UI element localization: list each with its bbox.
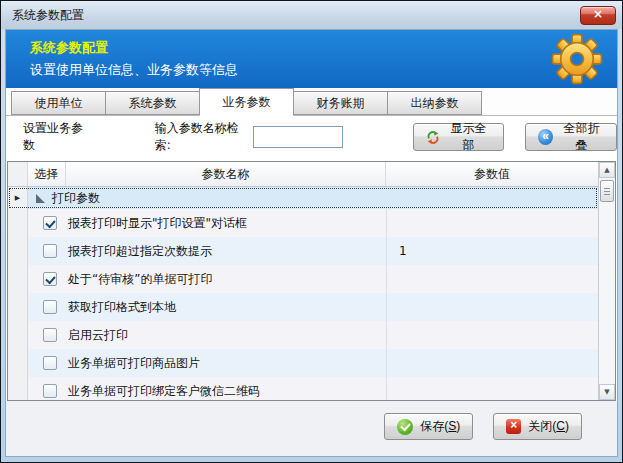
tab-business-params[interactable]: 业务参数	[199, 88, 294, 116]
tab-finance-period[interactable]: 财务账期	[293, 91, 388, 115]
tab-usage-unit[interactable]: 使用单位	[11, 91, 106, 115]
collapse-icon: «	[538, 129, 553, 145]
row-gutter	[8, 349, 28, 377]
row-gutter	[8, 321, 28, 349]
params-grid: 选择 参数名称 参数值 ▶ 打印参数	[7, 161, 616, 401]
param-name: 获取打印格式到本地	[68, 299, 176, 316]
arrow-up-icon: ▲	[604, 166, 609, 174]
row-checkbox[interactable]	[43, 244, 57, 258]
banner-text: 系统参数配置 设置使用单位信息、业务参数等信息	[30, 39, 551, 79]
tab-strip: 使用单位 系统参数 业务参数 财务账期 出纳参数	[6, 88, 617, 116]
row-checkbox[interactable]	[43, 300, 57, 314]
param-value-cell[interactable]	[386, 349, 598, 377]
table-row[interactable]: 获取打印格式到本地	[8, 293, 598, 321]
row-checkbox[interactable]	[43, 272, 57, 286]
param-value-cell[interactable]	[386, 377, 598, 400]
row-gutter	[8, 293, 28, 321]
grid-header: 选择 参数名称 参数值	[8, 162, 598, 187]
table-row[interactable]: 报表打印时显示"打印设置"对话框	[8, 209, 598, 237]
search-label: 输入参数名称检索:	[155, 120, 249, 154]
header-banner: 系统参数配置 设置使用单位信息、业务参数等信息	[6, 30, 617, 88]
show-all-label: 显示全部	[446, 120, 491, 154]
save-check-icon	[397, 419, 413, 435]
close-button-label: 关闭(C)	[528, 418, 569, 435]
param-name-cell: 业务单据可打印绑定客户微信二维码	[28, 383, 386, 400]
param-name-cell: 启用云打印	[28, 327, 386, 344]
toolbar: 设置业务参数 输入参数名称检索: 显示全部 « 全部折叠	[6, 116, 617, 158]
scrollbar-thumb[interactable]	[600, 180, 614, 202]
current-row-indicator-icon: ▶	[15, 194, 20, 202]
param-name-cell: 处于“待审核”的单据可打印	[28, 271, 386, 288]
footer: 保存(S) × 关闭(C)	[6, 401, 617, 456]
group-label: 打印参数	[52, 190, 100, 207]
vertical-scrollbar[interactable]: ▲ ▼	[598, 162, 615, 400]
gear-icon	[551, 33, 603, 85]
arrow-down-icon: ▼	[604, 388, 609, 396]
table-row[interactable]: 启用云打印	[8, 321, 598, 349]
row-gutter: ▶	[8, 187, 28, 209]
param-name: 处于“待审核”的单据可打印	[68, 271, 212, 288]
banner-subtitle: 设置使用单位信息、业务参数等信息	[30, 61, 551, 79]
table-row[interactable]: 业务单据可打印商品图片	[8, 349, 598, 377]
title-bar[interactable]: 系统参数配置 ×	[1, 1, 622, 29]
row-checkbox[interactable]	[43, 356, 57, 370]
tab-cashier-params[interactable]: 出纳参数	[387, 91, 482, 115]
row-checkbox[interactable]	[43, 216, 57, 230]
grid-body: ▶ 打印参数 报表打印时显示"打印设置"对话框	[8, 187, 598, 400]
table-row[interactable]: 业务单据可打印绑定客户微信二维码	[8, 377, 598, 400]
param-name-cell: 业务单据可打印商品图片	[28, 355, 386, 372]
row-gutter	[8, 209, 28, 237]
search-input[interactable]	[253, 126, 343, 148]
row-gutter	[8, 265, 28, 293]
save-button-label: 保存(S)	[420, 418, 460, 435]
param-name: 报表打印超过指定次数提示	[68, 243, 212, 260]
column-header-param-value[interactable]: 参数值	[386, 162, 598, 186]
param-name: 报表打印时显示"打印设置"对话框	[68, 215, 247, 232]
param-value-cell[interactable]	[386, 265, 598, 293]
param-name-cell: 获取打印格式到本地	[28, 299, 386, 316]
dialog-content: 系统参数配置 设置使用单位信息、业务参数等信息	[5, 29, 618, 457]
param-name: 业务单据可打印商品图片	[68, 355, 200, 372]
close-x-icon: ×	[506, 419, 521, 434]
window-close-button[interactable]: ×	[580, 6, 616, 25]
tab-system-params[interactable]: 系统参数	[105, 91, 200, 115]
close-button[interactable]: × 关闭(C)	[493, 413, 582, 440]
window-title: 系统参数配置	[12, 7, 580, 24]
show-all-button[interactable]: 显示全部	[413, 123, 504, 151]
close-x-icon: ×	[593, 8, 603, 20]
param-name-cell: 报表打印超过指定次数提示	[28, 243, 386, 260]
section-label: 设置业务参数	[23, 120, 91, 154]
row-gutter	[8, 377, 28, 400]
param-name-cell: 报表打印时显示"打印设置"对话框	[28, 215, 386, 232]
grid-main: 选择 参数名称 参数值 ▶ 打印参数	[8, 162, 598, 400]
scroll-up-button[interactable]: ▲	[599, 162, 615, 178]
param-value-cell[interactable]: 1	[386, 237, 598, 265]
group-expanded-icon[interactable]	[36, 194, 45, 203]
table-row[interactable]: 报表打印超过指定次数提示 1	[8, 237, 598, 265]
column-header-param-name[interactable]: 参数名称	[66, 162, 386, 186]
save-button[interactable]: 保存(S)	[384, 413, 473, 440]
collapse-all-label: 全部折叠	[559, 120, 604, 154]
param-value-cell[interactable]	[386, 209, 598, 237]
param-value-cell[interactable]	[386, 321, 598, 349]
scrollbar-track[interactable]	[599, 178, 615, 384]
scroll-down-button[interactable]: ▼	[599, 384, 615, 400]
collapse-all-button[interactable]: « 全部折叠	[525, 123, 617, 151]
group-row-print-params[interactable]: ▶ 打印参数	[8, 187, 598, 209]
param-value-cell[interactable]	[386, 293, 598, 321]
param-name: 启用云打印	[68, 327, 128, 344]
column-header-select[interactable]: 选择	[28, 162, 66, 186]
header-gutter	[8, 162, 28, 186]
banner-title: 系统参数配置	[30, 39, 551, 57]
param-name: 业务单据可打印绑定客户微信二维码	[68, 383, 260, 400]
row-checkbox[interactable]	[43, 384, 57, 398]
refresh-icon	[426, 130, 440, 145]
table-row[interactable]: 处于“待审核”的单据可打印	[8, 265, 598, 293]
row-gutter	[8, 237, 28, 265]
system-params-dialog: 系统参数配置 × 系统参数配置 设置使用单位信息、业务参数等信息	[0, 0, 623, 463]
row-checkbox[interactable]	[43, 328, 57, 342]
